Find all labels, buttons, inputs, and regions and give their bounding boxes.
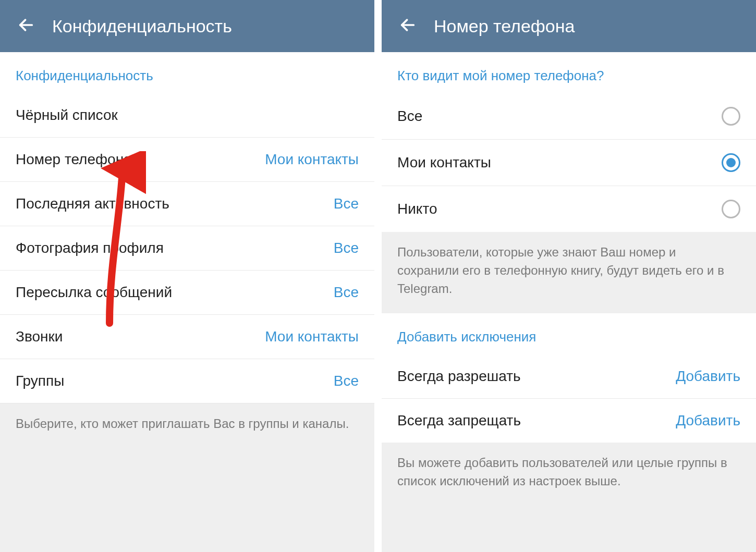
row-forwarding[interactable]: Пересылка сообщений Все <box>0 271 374 315</box>
row-value: Все <box>334 284 359 301</box>
row-label: Последняя активность <box>16 195 169 212</box>
row-value: Все <box>334 373 359 389</box>
section-header-privacy: Конфиденциальность <box>0 52 374 93</box>
row-label: Всегда запрещать <box>397 412 521 429</box>
add-link[interactable]: Добавить <box>676 412 740 429</box>
radio-option-everyone[interactable]: Все <box>382 93 756 140</box>
appbar-title: Номер телефона <box>434 16 575 36</box>
row-profile-photo[interactable]: Фотография профиля Все <box>0 226 374 271</box>
appbar-privacy: Конфиденциальность <box>0 0 374 52</box>
row-calls[interactable]: Звонки Мои контакты <box>0 315 374 359</box>
row-value: Все <box>334 195 359 212</box>
row-always-allow[interactable]: Всегда разрешать Добавить <box>382 354 756 399</box>
radio-icon <box>722 153 740 172</box>
section-header-who-sees: Кто видит мой номер телефона? <box>382 52 756 93</box>
radio-icon <box>722 200 740 218</box>
radio-icon <box>722 107 740 126</box>
radio-option-nobody[interactable]: Никто <box>382 186 756 232</box>
back-button[interactable] <box>10 10 42 42</box>
section-header-exceptions: Добавить исключения <box>382 313 756 354</box>
appbar-title: Конфиденциальность <box>52 16 232 36</box>
arrow-left-icon <box>17 16 35 36</box>
row-label: Звонки <box>16 328 63 345</box>
row-label: Номер телефона <box>16 151 132 168</box>
privacy-screen: Конфиденциальность Конфиденциальность Чё… <box>0 0 374 552</box>
row-label: Пересылка сообщений <box>16 284 172 301</box>
arrow-left-icon <box>399 16 417 36</box>
row-last-seen[interactable]: Последняя активность Все <box>0 182 374 226</box>
row-label: Чёрный список <box>16 107 118 124</box>
radio-option-contacts[interactable]: Мои контакты <box>382 140 756 186</box>
info-exceptions: Вы можете добавить пользователей или цел… <box>382 443 756 552</box>
row-label: Фотография профиля <box>16 240 164 256</box>
row-value: Мои контакты <box>265 151 359 168</box>
phone-number-screen: Номер телефона Кто видит мой номер телеф… <box>382 0 756 552</box>
row-value: Мои контакты <box>265 328 359 345</box>
radio-label: Никто <box>397 201 437 217</box>
radio-label: Мои контакты <box>397 154 491 171</box>
row-always-deny[interactable]: Всегда запрещать Добавить <box>382 399 756 443</box>
footer-groups-note: Выберите, кто может приглашать Вас в гру… <box>0 403 374 552</box>
radio-label: Все <box>397 108 422 125</box>
back-button[interactable] <box>392 10 423 42</box>
row-value: Все <box>334 240 359 256</box>
row-label: Группы <box>16 373 64 389</box>
info-known-contacts: Пользователи, которые уже знают Ваш номе… <box>382 232 756 313</box>
add-link[interactable]: Добавить <box>676 368 740 385</box>
row-label: Всегда разрешать <box>397 368 521 385</box>
appbar-phone: Номер телефона <box>382 0 756 52</box>
row-phone-number[interactable]: Номер телефона Мои контакты <box>0 138 374 182</box>
row-blocklist[interactable]: Чёрный список <box>0 93 374 138</box>
row-groups[interactable]: Группы Все <box>0 359 374 403</box>
